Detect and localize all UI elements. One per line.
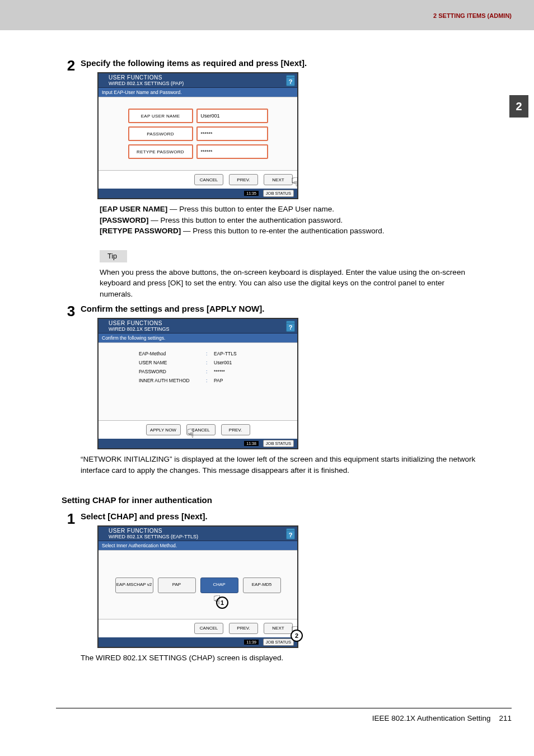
kv-key: USER NAME [104,360,206,365]
retype-password-button[interactable]: RETYPE PASSWORD [128,144,193,159]
panel-subtitle: WIRED 802.1X SETTINGS (EAP-TTLS) [109,534,294,539]
clock: 11:38 [244,441,259,446]
clock: 11:39 [244,640,259,645]
step1b-desc: The WIRED 802.1X SETTINGS (CHAP) screen … [81,652,478,664]
instruction-bar: Input EAP-User Name and Password. [99,88,297,97]
kv-key: PASSWORD [104,369,206,374]
kv-key: EAP-Method [104,351,206,356]
cancel-button[interactable]: CANCEL [194,623,223,634]
apply-now-button[interactable]: APPLY NOW [146,424,181,435]
password-value: ****** [196,126,268,141]
step2-desc: [EAP USER NAME] — Press this button to e… [100,204,478,237]
kv-val: ****** [214,369,225,374]
eap-user-name-button[interactable]: EAP USER NAME [128,109,193,123]
step1b-title: Select [CHAP] and press [Next]. [81,511,478,521]
opt-eap-md5[interactable]: EAP-MD5 [243,577,281,593]
step-number: 1 [62,511,81,668]
section-heading: Setting CHAP for inner authentication [62,495,478,505]
instruction-bar: Confirm the following settings. [99,334,297,342]
retype-password-value: ****** [196,144,268,159]
tip-label: Tip [100,250,127,262]
clock: 11:35 [244,191,259,196]
step3-desc: “NETWORK INITIALIZING” is displayed at t… [81,454,478,476]
kv-val: PAP [214,378,223,383]
step-number: 3 [62,304,81,480]
footer-page: 211 [499,714,512,722]
callout-1: 1 [216,597,228,609]
cancel-button[interactable]: CANCEL [186,424,216,435]
prev-button[interactable]: PREV. [229,623,258,634]
chapter-header-text: 2 SETTING ITEMS (ADMIN) [433,12,512,19]
page-footer: IEEE 802.1X Authentication Setting 211 [56,708,512,722]
callout-2: 2 [291,630,303,642]
kv-key: INNER AUTH METHOD [104,378,206,383]
step-number: 2 [62,58,81,304]
prev-button[interactable]: PREV. [229,174,258,185]
eap-user-name-value: User001 [196,109,268,123]
password-button[interactable]: PASSWORD [128,126,193,141]
help-icon[interactable]: ? [286,323,295,332]
panel-confirm: USER FUNCTIONS WIRED 802.1X SETTINGS ? ?… [97,318,298,449]
next-button[interactable]: NEXT [264,174,293,185]
job-status-button[interactable]: JOB STATUS [263,638,294,646]
help-icon[interactable]: ? [286,530,295,539]
panel-title: USER FUNCTIONS [109,74,294,81]
next-button[interactable]: NEXT [264,623,293,634]
job-status-button[interactable]: JOB STATUS [263,440,294,447]
kv-val: EAP-TTLS [214,351,237,356]
footer-section: IEEE 802.1X Authentication Setting [372,714,491,722]
instruction-bar: Select Inner Authentication Method. [99,541,297,550]
panel-subtitle: WIRED 802.1X SETTINGS [109,326,294,332]
help-icon[interactable]: ? [286,77,295,86]
panel-title: USER FUNCTIONS [109,528,294,534]
panel-pap-input: USER FUNCTIONS WIRED 802.1X SETTINGS (PA… [97,72,298,199]
tip-text: When you press the above buttons, the on… [100,267,478,300]
opt-pap[interactable]: PAP [158,577,196,593]
prev-button[interactable]: PREV. [221,424,250,435]
chapter-header-band: 2 SETTING ITEMS (ADMIN) [0,0,534,30]
panel-subtitle: WIRED 802.1X SETTINGS (PAP) [109,81,294,86]
job-status-button[interactable]: JOB STATUS [263,190,294,197]
kv-val: User001 [214,360,232,365]
panel-select-inner-auth: USER FUNCTIONS WIRED 802.1X SETTINGS (EA… [97,525,298,648]
step2-title: Specify the following items as required … [81,58,478,68]
panel-title: USER FUNCTIONS [109,320,294,326]
opt-chap[interactable]: CHAP [200,577,238,593]
chapter-side-tab: 2 [509,95,528,118]
opt-eap-mschapv2[interactable]: EAP-MSCHAP v2 [115,577,153,593]
step3-title: Confirm the settings and press [APPLY NO… [81,304,478,313]
cancel-button[interactable]: CANCEL [194,174,223,185]
